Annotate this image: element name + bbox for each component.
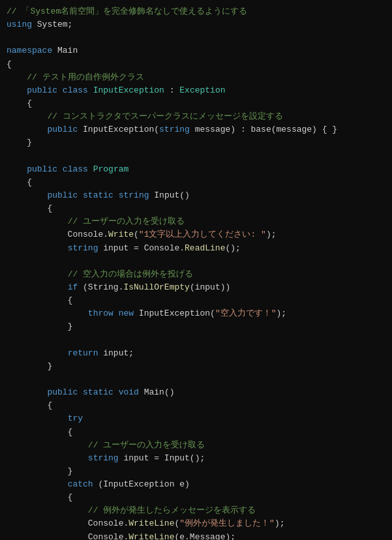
plain-token [113, 308, 119, 318]
plain-token [7, 453, 88, 463]
code-line: } [7, 465, 385, 478]
keyword-token: namespace [7, 46, 52, 55]
code-line: ​ [7, 255, 385, 268]
code-line: ​ [7, 373, 385, 386]
method-token: WriteLine [128, 532, 174, 540]
comment-token: // テスト用の自作例外クラス [27, 72, 143, 82]
keyword-token: public [47, 125, 78, 134]
code-line: catch (InputException e) [7, 478, 385, 491]
code-editor: // 「System名前空間」を完全修飾名なしで使えるようにするusing Sy… [7, 5, 385, 540]
class-name-token: Exception [179, 85, 225, 95]
code-line: { [7, 426, 385, 439]
plain-token [57, 85, 63, 95]
plain-token [7, 112, 47, 121]
plain-token [7, 440, 88, 450]
keyword-token: class [63, 164, 88, 174]
comment-token: // ユーザーの入力を受け取る [88, 440, 205, 450]
code-line: } [7, 360, 385, 373]
plain-token [7, 125, 47, 134]
plain-token: { [7, 59, 12, 69]
code-line: { [7, 294, 385, 307]
plain-token: } [7, 361, 52, 371]
plain-token: ); [275, 518, 285, 528]
keyword-token: public [27, 164, 57, 174]
plain-token [7, 308, 88, 318]
code-line: { [7, 97, 385, 110]
plain-token [7, 72, 27, 82]
plain-token: } [7, 322, 72, 331]
code-line: { [7, 399, 385, 412]
plain-token [57, 164, 63, 174]
code-line: { [7, 176, 385, 189]
plain-token: Console. [7, 230, 108, 239]
plain-token: ); [277, 308, 287, 318]
keyword-token: public [27, 85, 57, 95]
plain-token [78, 190, 83, 200]
keyword-token: public [47, 190, 78, 200]
code-line: // 例外が発生したらメッセージを表示する [7, 504, 385, 517]
code-line: Console.WriteLine("例外が発生しました！"); [7, 517, 385, 530]
comment-token: // コンストラクタでスーパークラスにメッセージを設定する [47, 112, 282, 121]
comment-token: // 「System名前空間」を完全修飾名なしで使えるようにする [7, 7, 247, 16]
code-line: // ユーザーの入力を受け取る [7, 215, 385, 228]
code-line: throw new InputException("空入力です！"); [7, 307, 385, 320]
keyword-token: string [119, 190, 149, 200]
plain-token: input; [98, 348, 134, 358]
plain-token: { [7, 492, 72, 502]
plain-token [88, 85, 93, 95]
plain-token [7, 243, 68, 253]
plain-token: (String. [78, 282, 123, 292]
plain-token [7, 190, 47, 200]
plain-token [7, 479, 68, 489]
plain-token [7, 85, 27, 95]
plain-token: ); [266, 230, 277, 239]
code-line: public class InputException : Exception [7, 84, 385, 97]
code-line: Console.WriteLine(e.Message); [7, 531, 385, 540]
plain-token [88, 164, 93, 174]
code-line: // 空入力の場合は例外を投げる [7, 268, 385, 281]
plain-token [78, 387, 83, 397]
code-line: string input = Console.ReadLine(); [7, 242, 385, 255]
code-line: { [7, 58, 385, 71]
code-line: // テスト用の自作例外クラス [7, 71, 385, 84]
plain-token: { [7, 295, 72, 305]
plain-token: : [164, 85, 179, 95]
code-line: string input = Input(); [7, 452, 385, 465]
plain-token [7, 348, 68, 358]
keyword-token: static [83, 190, 113, 200]
code-line: ​ [7, 150, 385, 163]
keyword-token: return [68, 348, 98, 358]
plain-token: { [7, 400, 52, 410]
plain-token [7, 505, 88, 515]
code-line: using System; [7, 18, 385, 31]
string-token: "空入力です！" [215, 308, 277, 318]
code-line: try [7, 412, 385, 425]
plain-token [7, 164, 27, 174]
plain-token: { [7, 203, 52, 213]
plain-token: InputException( [78, 125, 159, 134]
code-line: } [7, 320, 385, 333]
class-name-token: Program [93, 164, 129, 174]
code-line: } [7, 136, 385, 149]
plain-token: Console. [7, 532, 128, 540]
comment-token: // 空入力の場合は例外を投げる [68, 269, 193, 279]
code-line: // コンストラクタでスーパークラスにメッセージを設定する [7, 110, 385, 123]
plain-token: message) : base(message) { } [190, 125, 337, 134]
plain-token: input = Console. [98, 243, 185, 253]
comment-token: // ユーザーの入力を受け取る [68, 217, 185, 226]
plain-token: (e.Message); [174, 532, 235, 540]
plain-token: (); [225, 243, 240, 253]
plain-token: Console. [7, 518, 128, 528]
plain-token: (input)) [190, 282, 230, 292]
keyword-token: static [83, 387, 113, 397]
keyword-token: string [159, 125, 190, 134]
method-token: IsNullOrEmpty [123, 282, 189, 292]
code-line: { [7, 202, 385, 215]
string-token: "1文字以上入力してください: " [139, 230, 266, 239]
code-line: ​ [7, 334, 385, 347]
plain-token: { [7, 98, 32, 108]
plain-token: System; [32, 20, 72, 29]
code-line: public class Program [7, 163, 385, 176]
keyword-token: string [88, 453, 119, 463]
code-line: { [7, 491, 385, 504]
